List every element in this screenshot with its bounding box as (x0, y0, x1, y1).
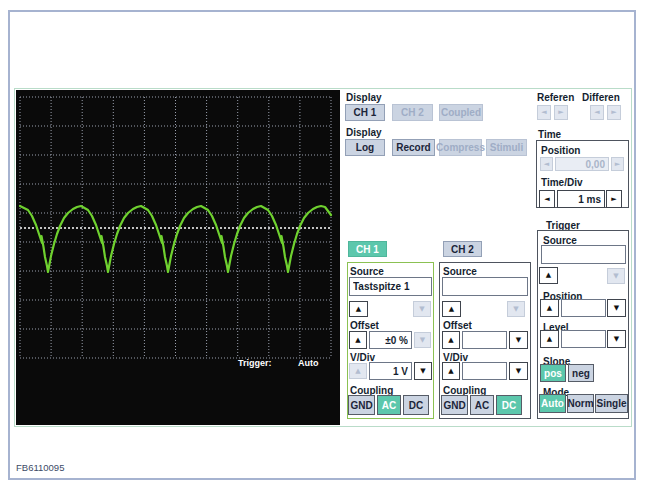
ch1-source-up-button[interactable]: ▲ (349, 301, 368, 317)
reference-left-button[interactable]: ◄ (537, 105, 551, 120)
time-position-label: Position (541, 145, 580, 156)
display-modes-label: Display (346, 127, 382, 138)
ch1-offset-up-button[interactable]: ▲ (349, 331, 367, 349)
display-log-button[interactable]: Log (345, 139, 385, 156)
display-channels-label: Display (346, 92, 382, 103)
scope-display: Trigger: Auto (16, 90, 340, 425)
trigger-source-down-button[interactable]: ▼ (607, 268, 625, 284)
ch1-offset-label: Offset (350, 320, 379, 331)
display-stimuli-button[interactable]: Stimuli (486, 139, 527, 156)
difference-right-button[interactable]: ► (607, 105, 621, 120)
ch1-source-down-button[interactable]: ▼ (413, 301, 431, 317)
ch2-offset-label: Offset (443, 320, 472, 331)
display-record-button[interactable]: Record (392, 139, 435, 156)
tab-ch1[interactable]: CH 1 (348, 241, 387, 257)
time-group-label: Time (538, 129, 561, 140)
difference-label: Differen (582, 92, 620, 103)
ch1-offset-field[interactable] (369, 331, 412, 349)
display-ch2-button[interactable]: CH 2 (392, 104, 433, 121)
ch2-coupling-dc-button[interactable]: DC (496, 395, 522, 415)
ch1-offset-down-button[interactable]: ▼ (414, 332, 431, 348)
display-compress-button[interactable]: Compress (439, 139, 482, 156)
time-div-right-button[interactable]: ► (606, 190, 622, 208)
trigger-level-down-button[interactable]: ▼ (607, 330, 626, 348)
ch2-offset-field[interactable] (462, 331, 507, 349)
ch2-vdiv-field[interactable] (462, 362, 507, 380)
ch2-offset-down-button[interactable]: ▼ (509, 331, 528, 349)
trigger-position-down-button[interactable]: ▼ (607, 299, 626, 317)
trigger-position-field[interactable] (561, 299, 606, 317)
ch1-vdiv-up-button[interactable]: ▲ (349, 363, 367, 379)
trigger-mode-auto-button[interactable]: Auto (539, 394, 566, 413)
display-coupled-button[interactable]: Coupled (439, 104, 483, 121)
trigger-position-up-button[interactable]: ▲ (540, 299, 559, 317)
ch2-vdiv-down-button[interactable]: ▼ (509, 362, 528, 380)
time-div-label: Time/Div (541, 177, 583, 188)
ch2-offset-up-button[interactable]: ▲ (442, 331, 460, 349)
ch2-vdiv-up-button[interactable]: ▲ (442, 362, 460, 380)
tab-ch2[interactable]: CH 2 (443, 241, 482, 257)
ch2-source-field[interactable] (442, 277, 528, 296)
figure-code-label: FB6110095 (16, 462, 64, 473)
time-position-right-button[interactable]: ► (611, 157, 624, 171)
time-position-left-button[interactable]: ◄ (540, 157, 553, 171)
trigger-status-label: Trigger: (238, 358, 272, 368)
ch1-coupling-ac-button[interactable]: AC (377, 395, 401, 415)
trigger-slope-pos-button[interactable]: pos (540, 364, 566, 382)
ch1-coupling-dc-button[interactable]: DC (403, 395, 429, 415)
trigger-source-field[interactable] (541, 245, 626, 264)
time-position-field[interactable] (555, 157, 609, 171)
reference-label: Referen (537, 92, 574, 103)
ch2-coupling-gnd-button[interactable]: GND (441, 395, 468, 415)
ch2-source-label: Source (443, 266, 477, 277)
display-ch1-button[interactable]: CH 1 (345, 104, 385, 121)
reference-right-button[interactable]: ► (554, 105, 568, 120)
time-div-field[interactable] (557, 190, 605, 208)
scope-graticule (16, 90, 340, 425)
trigger-slope-neg-button[interactable]: neg (568, 364, 594, 382)
figure-page: FB6110095 Trigger: Auto Display CH 1 CH … (0, 0, 646, 491)
trigger-status-value: Auto (298, 358, 319, 368)
trigger-mode-norm-button[interactable]: Norm (567, 394, 594, 413)
ch1-vdiv-field[interactable] (369, 362, 412, 380)
ch1-source-label: Source (350, 266, 384, 277)
trigger-level-field[interactable] (561, 330, 606, 348)
ch1-source-field[interactable] (349, 277, 432, 296)
ch2-source-down-button[interactable]: ▼ (507, 301, 525, 317)
ch2-source-up-button[interactable]: ▲ (442, 301, 461, 317)
difference-left-button[interactable]: ◄ (590, 105, 604, 120)
ch1-coupling-gnd-button[interactable]: GND (348, 395, 375, 415)
trigger-mode-single-button[interactable]: Single (595, 394, 628, 413)
ch2-coupling-ac-button[interactable]: AC (470, 395, 494, 415)
ch1-vdiv-down-button[interactable]: ▼ (414, 362, 432, 380)
time-div-left-button[interactable]: ◄ (539, 190, 555, 208)
trigger-source-up-button[interactable]: ▲ (539, 267, 558, 284)
trigger-level-up-button[interactable]: ▲ (540, 330, 559, 348)
